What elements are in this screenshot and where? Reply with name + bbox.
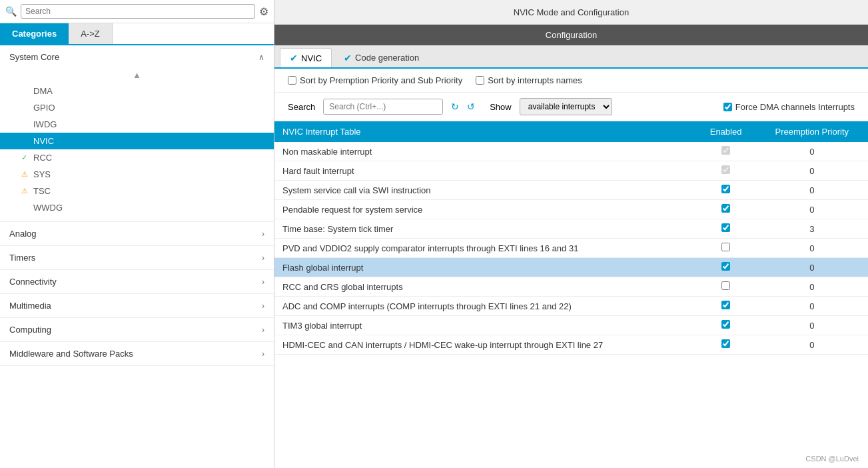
priority-cell: 0 xyxy=(755,200,868,219)
enabled-cell[interactable] xyxy=(696,161,756,181)
enabled-cell[interactable] xyxy=(696,277,756,297)
enabled-cell[interactable] xyxy=(696,335,756,355)
table-row: Non maskable interrupt0 xyxy=(274,142,868,161)
chevron-right-icon-computing: › xyxy=(262,325,264,335)
warn-icon-tsc: ⚠ xyxy=(21,187,31,195)
interrupt-name: PVD and VDDIO2 supply comparator interru… xyxy=(274,239,696,258)
sort-preemption-checkbox[interactable] xyxy=(288,76,296,85)
priority-cell: 0 xyxy=(755,297,868,316)
enabled-checkbox[interactable] xyxy=(721,165,730,174)
enabled-checkbox[interactable] xyxy=(721,243,730,251)
enabled-checkbox[interactable] xyxy=(721,339,730,348)
chevron-right-icon-connectivity: › xyxy=(262,277,264,287)
table-row: HDMI-CEC and CAN interrupts / HDMI-CEC w… xyxy=(274,335,868,355)
interrupt-table: NVIC Interrupt Table Enabled Preemption … xyxy=(274,121,868,468)
priority-cell: 0 xyxy=(755,335,868,355)
sort-interrupts-label[interactable]: Sort by interrupts names xyxy=(476,75,582,85)
search-label: Search xyxy=(288,102,315,112)
enabled-checkbox[interactable] xyxy=(721,223,730,232)
nvic-check-icon: ✔ xyxy=(290,53,298,63)
show-select[interactable]: available interrupts all interrupts enab… xyxy=(520,98,612,115)
interrupt-name: ADC and COMP interrupts (COMP interrupts… xyxy=(274,297,696,316)
section-header-timers[interactable]: Timers › xyxy=(0,246,274,270)
sidebar-item-label: RCC xyxy=(33,153,52,163)
up-arrow-icon: ▲ xyxy=(133,70,141,80)
nvic-tab-codegen[interactable]: ✔ Code generation xyxy=(334,48,428,67)
search-next-btn[interactable]: ↺ xyxy=(467,101,475,112)
chevron-up-icon: ∧ xyxy=(258,53,264,62)
sidebar-item-gpio[interactable]: GPIO xyxy=(0,99,274,116)
nvic-tab-nvic[interactable]: ✔ NVIC xyxy=(280,48,332,67)
force-dma-label[interactable]: Force DMA channels Interrupts xyxy=(723,102,855,112)
sidebar-item-sys[interactable]: ⚠ SYS xyxy=(0,166,274,183)
sort-preemption-label[interactable]: Sort by Premption Priority and Sub Prior… xyxy=(288,75,462,85)
enabled-checkbox[interactable] xyxy=(721,281,730,290)
interrupt-name: RCC and CRS global interrupts xyxy=(274,277,696,297)
section-label-computing: Computing xyxy=(9,325,51,335)
section-label-connectivity: Connectivity xyxy=(9,277,57,287)
warn-icon: ⚠ xyxy=(21,170,31,179)
enabled-cell[interactable] xyxy=(696,297,756,316)
sidebar-item-dma[interactable]: DMA xyxy=(0,83,274,99)
check-icon: ✓ xyxy=(21,153,31,162)
chevron-right-icon-analog: › xyxy=(262,229,264,239)
section-label-timers: Timers xyxy=(9,253,35,263)
section-header-connectivity[interactable]: Connectivity › xyxy=(0,270,274,294)
codegen-tab-label: Code generation xyxy=(355,53,419,63)
enabled-checkbox[interactable] xyxy=(721,301,730,309)
enabled-checkbox[interactable] xyxy=(721,185,730,193)
section-header-multimedia[interactable]: Multimedia › xyxy=(0,294,274,318)
sidebar-item-iwdg[interactable]: IWDG xyxy=(0,116,274,133)
section-header-middleware[interactable]: Middleware and Software Packs › xyxy=(0,342,274,366)
priority-cell: 0 xyxy=(755,239,868,258)
gear-icon[interactable]: ⚙ xyxy=(259,5,268,18)
sort-preemption-text: Sort by Premption Priority and Sub Prior… xyxy=(300,75,462,85)
section-header-analog[interactable]: Analog › xyxy=(0,222,274,246)
section-label-middleware: Middleware and Software Packs xyxy=(9,349,133,359)
enabled-cell[interactable] xyxy=(696,181,756,200)
left-search-input[interactable] xyxy=(21,4,255,19)
search-bar: 🔍 ⚙ xyxy=(0,0,274,23)
enabled-cell[interactable] xyxy=(696,316,756,335)
sidebar-item-tsc[interactable]: ⚠ TSC xyxy=(0,183,274,199)
enabled-checkbox[interactable] xyxy=(721,262,730,271)
enabled-cell[interactable] xyxy=(696,258,756,277)
left-panel: 🔍 ⚙ Categories A->Z System Core ∧ ▲ DMA … xyxy=(0,0,274,468)
sidebar-item-wwdg[interactable]: WWDG xyxy=(0,199,274,216)
section-label-analog: Analog xyxy=(9,229,36,239)
search-prev-btn[interactable]: ↻ xyxy=(451,101,459,112)
interrupt-name: Flash global interrupt xyxy=(274,258,696,277)
interrupt-name: HDMI-CEC and CAN interrupts / HDMI-CEC w… xyxy=(274,335,696,355)
enabled-checkbox[interactable] xyxy=(721,204,730,213)
priority-cell: 3 xyxy=(755,219,868,239)
enabled-cell[interactable] xyxy=(696,239,756,258)
interrupt-name: Hard fault interrupt xyxy=(274,161,696,181)
enabled-checkbox[interactable] xyxy=(721,146,730,155)
section-label-multimedia: Multimedia xyxy=(9,301,51,311)
chevron-right-icon-multimedia: › xyxy=(262,301,264,311)
enabled-cell[interactable] xyxy=(696,142,756,161)
section-header-system-core[interactable]: System Core ∧ xyxy=(0,45,274,69)
table-row: Hard fault interrupt0 xyxy=(274,161,868,181)
table-row: Flash global interrupt0 xyxy=(274,258,868,277)
tab-az[interactable]: A->Z xyxy=(69,23,113,44)
interrupt-name: Time base: System tick timer xyxy=(274,219,696,239)
sidebar-item-label: GPIO xyxy=(33,103,55,113)
force-dma-checkbox[interactable] xyxy=(723,103,732,111)
search-row: Search ↻ ↺ Show available interrupts all… xyxy=(274,93,868,121)
sidebar-item-nvic[interactable]: NVIC xyxy=(0,133,274,149)
sidebar-item-rcc[interactable]: ✓ RCC xyxy=(0,149,274,166)
tab-categories[interactable]: Categories xyxy=(0,23,69,44)
enabled-checkbox[interactable] xyxy=(721,320,730,329)
section-header-computing[interactable]: Computing › xyxy=(0,318,274,342)
sort-interrupts-checkbox[interactable] xyxy=(476,76,484,85)
priority-cell: 0 xyxy=(755,258,868,277)
left-tab-bar: Categories A->Z xyxy=(0,23,274,45)
table-row: PVD and VDDIO2 supply comparator interru… xyxy=(274,239,868,258)
enabled-cell[interactable] xyxy=(696,200,756,219)
enabled-cell[interactable] xyxy=(696,219,756,239)
chevron-right-icon-timers: › xyxy=(262,253,264,263)
nvic-search-input[interactable] xyxy=(323,99,443,115)
table-header-name: NVIC Interrupt Table xyxy=(274,121,696,142)
table-row: System service call via SWI instruction0 xyxy=(274,181,868,200)
